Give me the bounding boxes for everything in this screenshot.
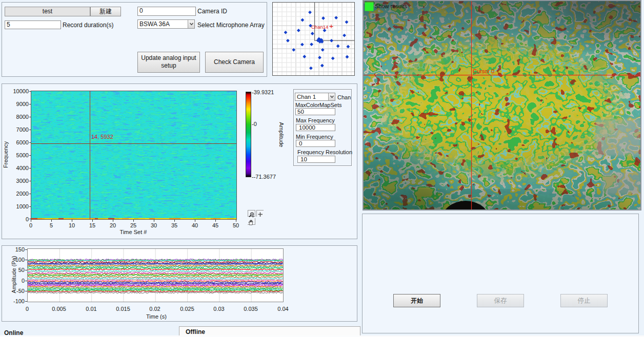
svg-text:Show results: Show results	[375, 3, 407, 9]
svg-text:Cursor 0: Cursor 0	[473, 68, 494, 74]
svg-text:Chan14: Chan14	[311, 24, 328, 30]
